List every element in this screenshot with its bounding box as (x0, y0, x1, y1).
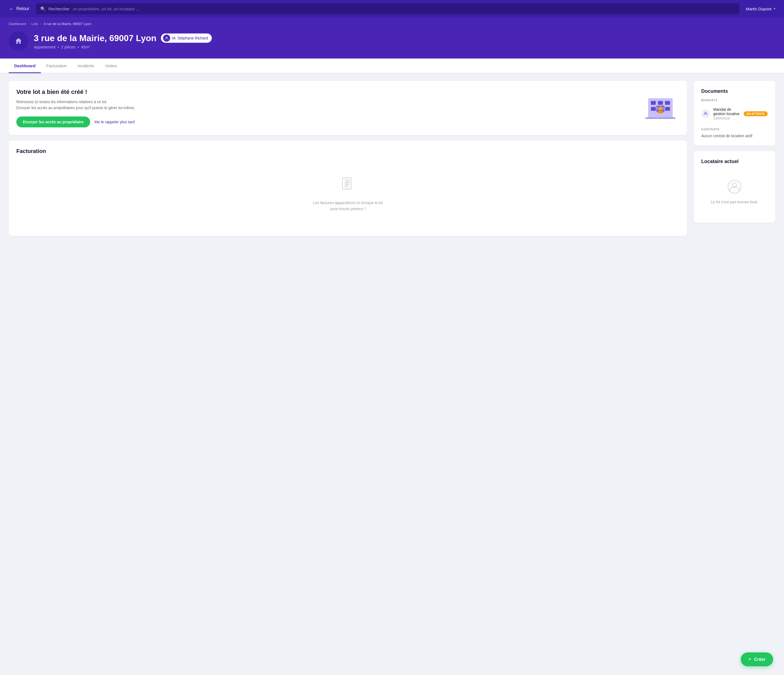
owner-badge-icon (163, 34, 170, 42)
facturation-empty-state: Les factures apparaîtront ici lorsque le… (16, 161, 680, 229)
property-header: Dashboard › Lots › 3 rue de la Mairie, 6… (0, 17, 784, 59)
property-type: Appartement (34, 45, 56, 49)
contrats-label: CONTRATS (701, 128, 768, 131)
breadcrumb-current: 3 rue de la Mairie, 69007 Lyon (44, 22, 91, 26)
house-icon (13, 36, 24, 46)
property-title: 3 rue de la Mairie, 69007 Lyon M. Stépha… (34, 33, 775, 43)
locataire-card: Locataire actuel Le lot n'est pas encore… (694, 151, 775, 222)
create-fab-button[interactable]: + Créer (741, 652, 773, 666)
welcome-actions: Envoyer les accès au propriétaire Me le … (16, 117, 135, 128)
tab-incidents[interactable]: Incidents (72, 59, 100, 73)
search-highlight: Rechercher (48, 6, 70, 11)
right-column: Documents MANDATS Mandat de gestion loca… (694, 81, 775, 222)
facturation-title: Facturation (16, 148, 680, 154)
owner-badge[interactable]: M. Stéphane Richard (161, 33, 212, 43)
mandat-status-badge: EN ATTENTE (744, 111, 768, 116)
left-column: Votre lot a bien été créé ! Retrouvez ic… (9, 81, 687, 236)
property-rooms: 2 pièces (61, 45, 75, 49)
property-meta: Appartement • 2 pièces • 45m² (34, 45, 775, 49)
locataire-title: Locataire actuel (701, 159, 768, 164)
user-name: Martin Dupont (746, 6, 772, 11)
documents-card: Documents MANDATS Mandat de gestion loca… (694, 81, 775, 146)
tabs-bar: Dashboard Facturation Incidents Visites (0, 59, 784, 73)
breadcrumb-sep-1: › (28, 22, 30, 26)
contrats-empty: Aucun contrat de location actif (701, 134, 768, 138)
send-access-button[interactable]: Envoyer les accès au propriétaire (16, 117, 90, 128)
welcome-text: Votre lot a bien été créé ! Retrouvez ic… (16, 89, 135, 128)
search-icon: 🔍 (40, 6, 46, 11)
svg-rect-8 (665, 107, 670, 111)
plus-icon: + (748, 656, 751, 663)
svg-point-10 (659, 107, 662, 110)
search-bar[interactable]: 🔍 Rechercher (36, 3, 739, 14)
breadcrumb: Dashboard › Lots › 3 rue de la Mairie, 6… (9, 22, 775, 26)
property-icon (9, 31, 28, 51)
welcome-illustration (641, 93, 680, 123)
building-illustration (643, 94, 678, 121)
property-title-block: 3 rue de la Mairie, 69007 Lyon M. Stépha… (34, 33, 775, 49)
locataire-empty-state: Le lot n'est pas encore loué. (701, 169, 768, 215)
mandat-name: Mandat de gestion locative (713, 107, 740, 116)
owner-name: M. Stéphane Richard (172, 36, 208, 40)
welcome-card: Votre lot a bien été créé ! Retrouvez ic… (9, 81, 687, 135)
user-circle-icon (727, 180, 742, 196)
tab-visites[interactable]: Visites (100, 59, 122, 73)
tab-facturation[interactable]: Facturation (41, 59, 72, 73)
mandat-info: Mandat de gestion locative 13/04/2019 (713, 107, 740, 120)
svg-point-20 (705, 112, 706, 114)
back-arrow-icon: ← (9, 6, 14, 12)
fab-label: Créer (754, 657, 765, 662)
mandat-icon (701, 109, 710, 118)
documents-title: Documents (701, 89, 768, 94)
breadcrumb-sep-2: › (40, 22, 41, 26)
tab-dashboard[interactable]: Dashboard (9, 59, 41, 73)
svg-rect-6 (665, 101, 670, 105)
contrats-section: CONTRATS Aucun contrat de location actif (701, 128, 768, 138)
facturation-card: Facturation Les factures apparaîtront ic… (9, 140, 687, 236)
svg-rect-13 (646, 117, 675, 119)
svg-rect-4 (651, 101, 656, 105)
locataire-empty-text: Le lot n'est pas encore loué. (711, 200, 758, 204)
remind-later-button[interactable]: Me le rappeler plus tard (95, 120, 134, 124)
mandat-item: Mandat de gestion locative 13/04/2019 EN… (701, 104, 768, 123)
main-content: Votre lot a bien été créé ! Retrouvez ic… (0, 73, 784, 244)
svg-rect-7 (651, 107, 656, 111)
mandats-label: MANDATS (701, 98, 768, 102)
breadcrumb-lots[interactable]: Lots (31, 22, 38, 26)
back-label: Retour (16, 6, 30, 11)
welcome-description: Retrouvez ici toutes les informations re… (16, 99, 135, 111)
user-menu[interactable]: Martin Dupont ▾ (746, 6, 775, 11)
top-navigation: ← Retour 🔍 Rechercher Martin Dupont ▾ (0, 0, 784, 17)
search-input[interactable] (73, 6, 735, 11)
welcome-title: Votre lot a bien été créé ! (16, 89, 135, 95)
property-area: 45m² (81, 45, 90, 49)
svg-rect-1 (18, 42, 19, 44)
svg-rect-15 (344, 178, 350, 189)
property-info: 3 rue de la Mairie, 69007 Lyon M. Stépha… (9, 31, 775, 51)
back-button[interactable]: ← Retour (9, 6, 30, 12)
chevron-down-icon: ▾ (774, 7, 775, 11)
facturation-empty-text: Les factures apparaîtront ici lorsque le… (313, 200, 383, 212)
property-address: 3 rue de la Mairie, 69007 Lyon (34, 33, 157, 43)
document-icon (341, 177, 355, 195)
svg-rect-5 (658, 101, 663, 105)
breadcrumb-dashboard[interactable]: Dashboard (9, 22, 26, 26)
mandat-date: 13/04/2019 (713, 117, 740, 120)
